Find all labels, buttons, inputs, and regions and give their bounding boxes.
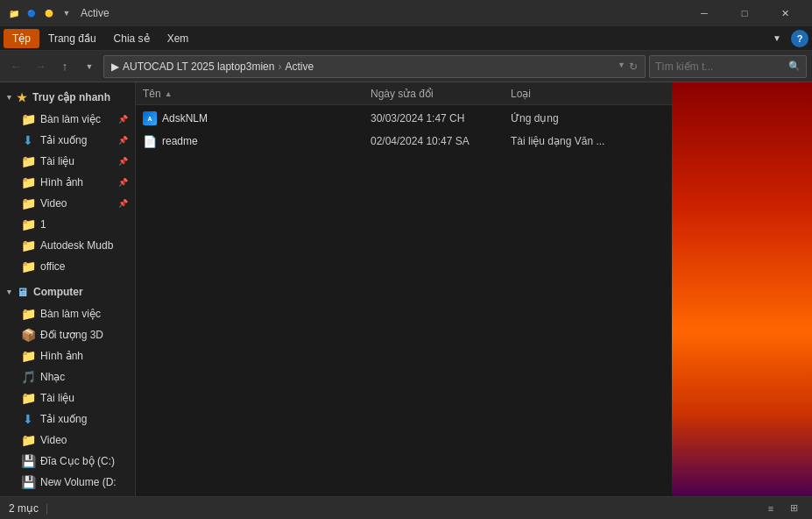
breadcrumb-controls: ▼ ↻ — [618, 60, 638, 73]
menu-view[interactable]: Xem — [159, 29, 198, 48]
yellow-icon: 🟡 — [42, 6, 56, 20]
sidebar-item-pictures-comp[interactable]: 📁 Hình ảnh — [0, 345, 135, 366]
help-button[interactable]: ? — [791, 30, 808, 47]
file-name: readme — [162, 135, 198, 147]
view-controls: ≡ ⊞ — [761, 500, 803, 517]
status-sep: | — [46, 502, 48, 515]
column-headers: Tên ▲ Ngày sửa đổi Loại Kích cỡ — [136, 82, 672, 105]
col-name-header[interactable]: Tên ▲ — [143, 88, 371, 100]
dropdown-icon[interactable]: ▼ — [618, 60, 625, 73]
col-type-header[interactable]: Loại — [511, 88, 651, 100]
blue-icon: 🔵 — [25, 6, 39, 20]
detail-view-button[interactable]: ⊞ — [784, 500, 803, 517]
menu-share[interactable]: Chia sẻ — [105, 29, 159, 48]
sidebar-item-desktop-quick[interactable]: 📁 Bàn làm việc 📌 — [0, 109, 135, 130]
sidebar-item-video-comp[interactable]: 📁 Video — [0, 430, 135, 451]
window-title: Active — [81, 7, 684, 19]
sidebar-item-desktop-comp[interactable]: 📁 Bàn làm việc — [0, 303, 135, 324]
main-content: ▾ ★ Truy cập nhanh 📁 Bàn làm việc 📌 ⬇ Tả… — [0, 82, 812, 496]
sidebar-item-1[interactable]: 📁 1 — [0, 214, 135, 235]
sidebar-item-autodesk[interactable]: 📁 Autodesk Mudb — [0, 235, 135, 256]
folder-icon: 📁 — [21, 349, 35, 363]
forward-button[interactable]: → — [30, 56, 51, 77]
file-date-cell: 02/04/2024 10:47 SA — [371, 135, 511, 147]
folder-icon: 📁 — [21, 196, 35, 210]
menu-chevron-icon[interactable]: ▼ — [768, 30, 786, 47]
sidebar-item-music[interactable]: 🎵 Nhạc — [0, 366, 135, 387]
table-row[interactable]: 📄 readme 02/04/2024 10:47 SA Tài liệu dạ… — [136, 130, 672, 153]
refresh-icon[interactable]: ↻ — [629, 60, 638, 73]
file-type-cell: Ứng dụng — [511, 112, 651, 124]
quick-access-expand-icon[interactable]: ▾ — [7, 93, 11, 102]
pin-icon: 📌 — [118, 136, 128, 145]
sidebar-item-downloads-comp[interactable]: ⬇ Tải xuống — [0, 409, 135, 430]
file-pane: Tên ▲ Ngày sửa đổi Loại Kích cỡ A AdskNL… — [136, 82, 672, 496]
sidebar-item-documents-quick[interactable]: 📁 Tài liệu 📌 — [0, 151, 135, 172]
table-row[interactable]: A AdskNLM 30/03/2024 1:47 CH Ứng dụng 7.… — [136, 107, 672, 130]
sidebar-item-label: 1 — [40, 218, 128, 231]
folder-icon: 📁 — [21, 154, 35, 168]
sort-arrow-icon: ▲ — [165, 89, 173, 98]
back-button[interactable]: ← — [5, 56, 26, 77]
sidebar-item-label: Bàn làm việc — [40, 308, 128, 320]
pin-icon: 📌 — [118, 178, 128, 187]
col-type-label: Loại — [511, 88, 531, 100]
computer-icon: 🖥 — [17, 286, 28, 299]
sidebar-item-documents-comp[interactable]: 📁 Tài liệu — [0, 387, 135, 409]
search-box[interactable]: 🔍 — [649, 55, 807, 78]
file-name: AdskNLM — [162, 112, 208, 124]
computer-expand-icon[interactable]: ▾ — [7, 288, 11, 296]
folder-icon: 📁 — [21, 175, 35, 189]
sidebar-item-label: New Volume (D: — [40, 476, 128, 488]
menu-file[interactable]: Tệp — [4, 29, 39, 48]
sidebar-item-office[interactable]: 📁 office — [0, 256, 135, 277]
col-size-header[interactable]: Kích cỡ — [651, 88, 672, 100]
search-input[interactable] — [655, 60, 785, 73]
breadcrumb[interactable]: ▶ AUTOCAD LT 2025 laptop3mien › Active ▼… — [103, 55, 646, 78]
sidebar-item-label: Đối tượng 3D — [40, 329, 128, 341]
folder-icon-3d: 📦 — [21, 328, 35, 342]
quick-access-icon: ★ — [17, 91, 27, 104]
file-name-cell: A AdskNLM — [143, 111, 371, 125]
breadcrumb-sep: › — [278, 60, 281, 73]
sidebar-item-label: Tài liệu — [40, 392, 128, 404]
music-icon: 🎵 — [21, 370, 35, 384]
close-button[interactable]: ✕ — [765, 0, 805, 26]
title-bar: 📁 🔵 🟡 ▼ Active ─ □ ✕ — [0, 0, 812, 26]
minimize-button[interactable]: ─ — [684, 0, 724, 26]
folder-icon-title: 📁 — [7, 6, 21, 20]
file-date-cell: 30/03/2024 1:47 CH — [371, 112, 511, 124]
folder-icon: 📁 — [21, 260, 35, 274]
col-date-header[interactable]: Ngày sửa đổi — [371, 88, 511, 100]
sidebar-item-label: Tải xuống — [40, 413, 128, 425]
status-bar: 2 mục | ≡ ⊞ — [0, 496, 812, 519]
recent-locations-button[interactable]: ▼ — [79, 56, 100, 77]
folder-icon: 📁 — [21, 238, 35, 252]
sidebar-item-drive-c[interactable]: 💾 Đĩa Cục bộ (C:) — [0, 451, 135, 472]
quick-access-label: Truy cập nhanh — [32, 91, 110, 103]
list-view-button[interactable]: ≡ — [761, 500, 780, 517]
file-name-cell: 📄 readme — [143, 135, 371, 148]
sidebar-item-pictures-quick[interactable]: 📁 Hình ảnh 📌 — [0, 172, 135, 193]
dropdown-arrow[interactable]: ▼ — [60, 6, 74, 20]
sidebar-item-label: Nhạc — [40, 371, 128, 383]
pin-icon: 📌 — [118, 199, 128, 208]
sidebar-item-3d[interactable]: 📦 Đối tượng 3D — [0, 324, 135, 345]
folder-icon: 📁 — [21, 307, 35, 321]
breadcrumb-path: AUTOCAD LT 2025 laptop3mien — [123, 60, 274, 73]
menu-home[interactable]: Trang đầu — [39, 29, 105, 48]
sidebar-item-video-quick[interactable]: 📁 Video 📌 — [0, 193, 135, 214]
computer-header: ▾ 🖥 Computer — [0, 281, 135, 303]
sidebar-item-label: Video — [40, 197, 113, 210]
disk-icon: 💾 — [21, 475, 35, 489]
file-type-cell: Tài liệu dạng Văn ... — [511, 135, 651, 147]
menu-right: ▼ ? — [768, 30, 808, 47]
maximize-button[interactable]: □ — [724, 0, 765, 26]
up-button[interactable]: ↑ — [54, 56, 75, 77]
pin-icon: 📌 — [118, 157, 128, 166]
sidebar-item-downloads-quick[interactable]: ⬇ Tải xuống 📌 — [0, 130, 135, 151]
sidebar-item-drive-d[interactable]: 💾 New Volume (D: — [0, 472, 135, 493]
file-size-cell: 7.647 KB — [651, 112, 672, 124]
app-icon: A — [143, 111, 157, 125]
sidebar-item-label: Bàn làm việc — [40, 113, 113, 125]
